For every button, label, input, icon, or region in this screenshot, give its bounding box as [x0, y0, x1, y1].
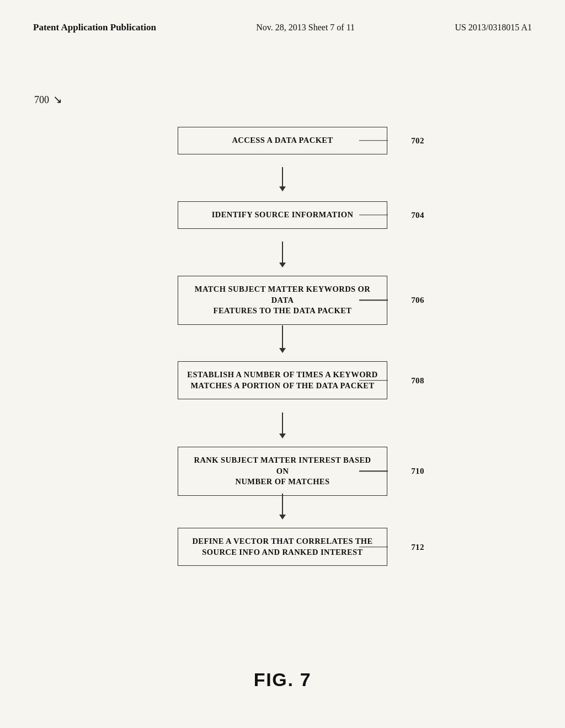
- box-710-wrapper: RANK SUBJECT MATTER INTEREST BASED ONNUM…: [178, 447, 387, 496]
- ref-704: 704: [411, 210, 424, 221]
- box-706-wrapper: MATCH SUBJECT MATTER KEYWORDS OR DATAFEA…: [178, 276, 387, 325]
- box-708-text: ESTABLISH A NUMBER OF TIMES A KEYWORDMAT…: [187, 370, 377, 390]
- box-712: DEFINE A VECTOR THAT CORRELATES THESOURC…: [178, 528, 387, 566]
- box-708: ESTABLISH A NUMBER OF TIMES A KEYWORDMAT…: [178, 361, 387, 399]
- box-706-text: MATCH SUBJECT MATTER KEYWORDS OR DATAFEA…: [195, 285, 370, 315]
- ref-708: 708: [411, 374, 424, 386]
- arrow-head-4: [279, 433, 286, 438]
- publication-label: Patent Application Publication: [33, 22, 156, 33]
- bracket-line-712: [359, 547, 388, 548]
- ref-712: 712: [411, 541, 424, 552]
- bracket-line-702: [359, 140, 388, 141]
- box-710: RANK SUBJECT MATTER INTEREST BASED ONNUM…: [178, 447, 387, 496]
- box-706: MATCH SUBJECT MATTER KEYWORDS OR DATAFEA…: [178, 276, 387, 325]
- box-704: IDENTIFY SOURCE INFORMATION 704: [178, 201, 387, 229]
- arrow-line-2: [282, 242, 283, 264]
- bracket-line-708: [359, 380, 388, 381]
- ref-706: 706: [411, 295, 424, 306]
- ref-702: 702: [411, 135, 424, 146]
- patent-number-label: US 2013/0318015 A1: [455, 23, 532, 33]
- box-712-text: DEFINE A VECTOR THAT CORRELATES THESOURC…: [192, 537, 372, 556]
- arrow-head-1: [279, 186, 286, 191]
- diagram-area: 700 ↘ ACCESS A DATA PACKET 702 IDENTIFY …: [0, 61, 565, 601]
- box-702-text: ACCESS A DATA PACKET: [232, 136, 333, 144]
- box-704-wrapper: IDENTIFY SOURCE INFORMATION 704: [178, 201, 387, 229]
- flow-id-label: 700 ↘: [34, 93, 62, 106]
- box-710-text: RANK SUBJECT MATTER INTEREST BASED ONNUM…: [194, 456, 371, 486]
- ref-710: 710: [411, 465, 424, 477]
- arrow-head-2: [279, 263, 286, 267]
- arrow-head-5: [279, 515, 286, 520]
- box-712-wrapper: DEFINE A VECTOR THAT CORRELATES THESOURC…: [178, 528, 387, 566]
- bracket-line-704: [359, 215, 388, 216]
- box-708-wrapper: ESTABLISH A NUMBER OF TIMES A KEYWORDMAT…: [178, 361, 387, 399]
- box-702-wrapper: ACCESS A DATA PACKET 702: [178, 127, 387, 154]
- arrow-line-4: [282, 413, 283, 435]
- figure-caption: FIG. 7: [254, 669, 312, 690]
- arrow-head-3: [279, 348, 286, 353]
- arrow-line-1: [282, 167, 283, 188]
- page: Patent Application Publication Nov. 28, …: [0, 0, 565, 728]
- arrow-line-3: [282, 325, 283, 349]
- arrow-line-5: [282, 494, 283, 516]
- bracket-line-710: [359, 471, 388, 472]
- box-702: ACCESS A DATA PACKET 702: [178, 127, 387, 154]
- date-sheet-label: Nov. 28, 2013 Sheet 7 of 11: [256, 23, 355, 33]
- header: Patent Application Publication Nov. 28, …: [0, 0, 565, 44]
- bracket-line-706: [359, 300, 388, 301]
- box-704-text: IDENTIFY SOURCE INFORMATION: [212, 210, 354, 219]
